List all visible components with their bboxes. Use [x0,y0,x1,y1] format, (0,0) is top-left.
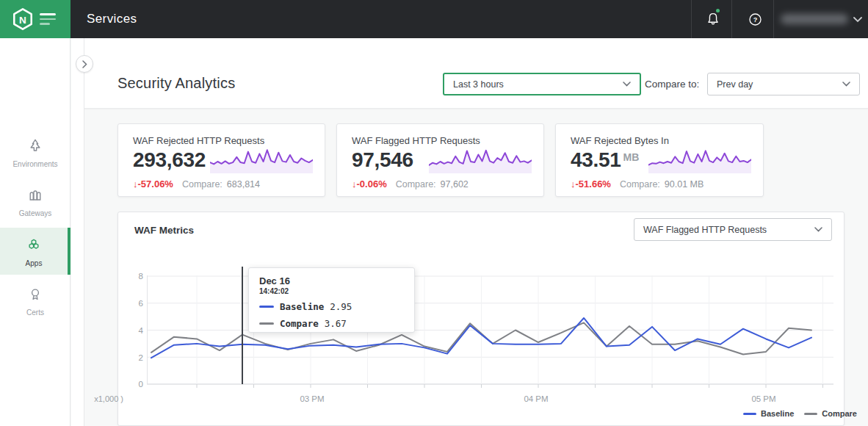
chart-tooltip: Dec 16 14:42:02 Baseline 2.95 Compare 3.… [248,267,415,333]
change-indicator: ↓-51.66% [571,178,611,189]
sidebar-item-gateways[interactable]: Gateways [0,181,70,221]
legend-item-compare[interactable]: Compare [804,409,857,418]
compare-label: Compare: [182,179,223,189]
compare-label: Compare: [396,179,436,189]
nginx-hexagon-icon: N [10,7,35,32]
hexagons-icon [26,237,42,253]
topbar-divider [773,0,774,38]
y-axis-tick: 4 [117,326,143,335]
y-axis-tick: 8 [117,272,143,281]
compare-value: 683,814 [227,179,260,189]
topbar-divider [691,0,692,38]
time-range-select[interactable]: Last 3 hours [443,73,641,95]
metric-value: 97,546 [352,148,416,172]
x-axis-tick: 03 PM [290,394,334,403]
x-axis-tick: 05 PM [742,394,786,403]
metric-card-waf-rejected-bytes: WAF Rejected Bytes In 43.51MB ↓-51.66% C… [555,123,764,197]
compare-value: 97,602 [441,179,469,189]
user-menu[interactable] [777,0,868,38]
waf-metrics-title: WAF Metrics [134,225,194,236]
topbar: N Services ? [0,0,868,38]
chevron-down-icon [814,227,822,232]
baseline-swatch [743,413,756,415]
tooltip-row-compare: Compare 3.67 [259,318,404,329]
compare-swatch [259,322,274,325]
help-button[interactable]: ? [737,0,773,38]
ribbon-icon [27,286,43,303]
y-axis-tick: 6 [117,299,143,308]
x-axis-tick: 04 PM [514,394,558,403]
page-title: Security Analytics [117,75,235,92]
metric-select-value: WAF Flagged HTTP Requests [643,225,767,235]
compare-label: Compare: [620,179,660,189]
chevron-down-icon [623,82,631,87]
compare-value: 90.01 MB [665,179,704,189]
sidebar-item-label: Apps [0,259,68,267]
bell-icon [705,11,721,27]
sparkline-chart [210,144,313,175]
sidebar: Environments Gateways Apps Certs [0,38,70,426]
expand-panel-button[interactable] [76,55,93,73]
sidebar-item-label: Certs [0,308,70,317]
app-window: N Services ? [0,0,868,426]
sparkline-chart [429,144,532,175]
metric-select[interactable]: WAF Flagged HTTP Requests [634,218,832,241]
metric-value: 293,632 [133,148,208,172]
chart-legend: Baseline Compare [743,409,857,418]
metric-card-waf-flagged-requests: WAF Flagged HTTP Requests 97,546 ↓-0.06%… [336,123,544,197]
change-indicator: ↓-0.06% [352,178,387,189]
page-section-title: Services [87,0,137,38]
change-indicator: ↓-57.06% [133,178,173,189]
compare-range-select[interactable]: Prev day [707,73,860,95]
y-axis-tick: 0 [117,380,143,389]
compare-swatch [804,413,817,415]
metric-card-footer: ↓-51.66% Compare: 90.01 MB [571,178,704,189]
metric-card-waf-rejected-requests: WAF Rejected HTTP Requests 293,632 ↓-57.… [117,123,325,197]
sidebar-item-environments[interactable]: Environments [0,132,70,172]
y-axis-multiplier: x1,000 ) [87,394,123,403]
compare-to-label: Compare to: [645,79,699,90]
tree-icon [27,138,43,154]
chevron-down-icon [853,17,862,23]
chevron-right-icon [82,60,87,68]
notification-dot [716,9,720,12]
baseline-swatch [259,306,274,308]
metric-card-footer: ↓-0.06% Compare: 97,602 [352,178,469,189]
svg-text:N: N [19,15,26,26]
notifications-button[interactable] [695,0,731,38]
sidebar-item-certs[interactable]: Certs [0,281,70,320]
columns-icon [27,187,43,203]
tooltip-row-baseline: Baseline 2.95 [259,301,404,312]
metric-card-footer: ↓-57.06% Compare: 683,814 [133,178,260,189]
time-range-value: Last 3 hours [453,79,504,90]
sidebar-item-label: Environments [0,160,70,168]
metric-value: 43.51MB [571,148,639,172]
question-circle-icon: ? [748,12,763,27]
tooltip-date: Dec 16 [259,275,404,286]
legend-item-baseline[interactable]: Baseline [743,409,794,418]
collapsed-panel-rail [71,38,84,426]
chevron-down-icon [842,82,850,87]
metric-unit: MB [623,151,640,163]
svg-text:?: ? [753,16,757,24]
sidebar-item-apps[interactable]: Apps [0,228,70,275]
tooltip-time: 14:42:02 [259,287,404,295]
sidebar-item-label: Gateways [0,209,70,217]
menu-lines-icon [40,13,56,25]
y-axis-tick: 2 [117,353,143,362]
sparkline-chart [648,144,751,175]
user-name-redacted [781,14,848,24]
nginx-logo[interactable]: N [0,0,70,38]
topbar-divider [731,0,732,38]
compare-range-value: Prev day [717,79,753,90]
